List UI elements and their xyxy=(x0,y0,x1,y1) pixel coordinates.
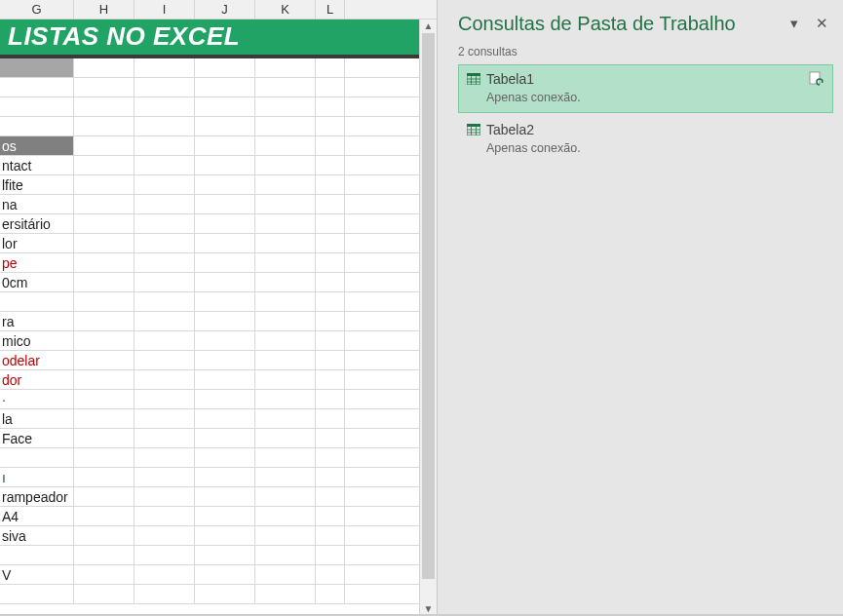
pane-menu-icon[interactable]: ▾ xyxy=(783,12,806,35)
cell[interactable] xyxy=(134,78,195,96)
cell[interactable] xyxy=(74,331,134,350)
cell[interactable] xyxy=(74,448,134,467)
cell[interactable] xyxy=(134,156,195,174)
cell[interactable] xyxy=(195,312,255,330)
cell[interactable] xyxy=(195,370,255,389)
cell[interactable] xyxy=(316,117,345,135)
cell[interactable] xyxy=(0,292,74,311)
cell[interactable] xyxy=(134,97,195,116)
cell[interactable]: ntact xyxy=(0,156,74,174)
cell[interactable] xyxy=(316,234,345,252)
cell[interactable] xyxy=(74,390,134,408)
cell[interactable] xyxy=(134,214,195,233)
cell[interactable] xyxy=(134,468,195,486)
cell[interactable] xyxy=(74,97,134,116)
cell[interactable]: lor xyxy=(0,234,74,252)
cell[interactable] xyxy=(195,175,255,194)
cell[interactable] xyxy=(195,97,255,116)
cell[interactable] xyxy=(316,78,345,96)
cell[interactable] xyxy=(195,565,255,584)
cell[interactable] xyxy=(255,214,316,233)
cell[interactable] xyxy=(195,117,255,135)
cell[interactable] xyxy=(195,78,255,96)
cell[interactable] xyxy=(74,292,134,311)
cell[interactable] xyxy=(316,370,345,389)
cell[interactable] xyxy=(195,390,255,408)
cell[interactable] xyxy=(255,78,316,96)
cell[interactable] xyxy=(134,448,195,467)
cell[interactable] xyxy=(255,507,316,525)
col-header-g[interactable]: G xyxy=(0,0,74,19)
cell[interactable] xyxy=(255,526,316,545)
cell[interactable] xyxy=(74,429,134,447)
cell[interactable] xyxy=(316,468,345,486)
cell[interactable]: V xyxy=(0,565,74,584)
cell[interactable] xyxy=(134,195,195,213)
cell[interactable] xyxy=(316,390,345,408)
cell[interactable]: Face xyxy=(0,429,74,447)
cell[interactable] xyxy=(74,273,134,291)
cell[interactable] xyxy=(134,312,195,330)
cell[interactable] xyxy=(255,468,316,486)
query-item-tabela1[interactable]: Tabela1 Apenas conexão. xyxy=(458,64,833,113)
cell[interactable] xyxy=(255,585,316,603)
cell[interactable] xyxy=(255,546,316,564)
cell[interactable] xyxy=(134,273,195,291)
cell[interactable] xyxy=(316,507,345,525)
cell[interactable] xyxy=(134,58,195,77)
cell[interactable] xyxy=(255,331,316,350)
cell[interactable] xyxy=(316,487,345,506)
cell[interactable] xyxy=(195,429,255,447)
cell[interactable] xyxy=(0,585,74,603)
cell[interactable] xyxy=(255,136,316,155)
cell[interactable] xyxy=(134,136,195,155)
close-icon[interactable]: ✕ xyxy=(810,12,833,35)
cell[interactable] xyxy=(74,312,134,330)
col-header-l[interactable]: L xyxy=(316,0,345,19)
cell[interactable] xyxy=(316,273,345,291)
cell[interactable] xyxy=(255,175,316,194)
cell[interactable] xyxy=(74,195,134,213)
cell[interactable] xyxy=(195,156,255,174)
cell[interactable] xyxy=(316,351,345,369)
cell[interactable] xyxy=(316,409,345,428)
cell[interactable] xyxy=(195,195,255,213)
cell[interactable] xyxy=(134,565,195,584)
cell[interactable] xyxy=(316,292,345,311)
cell[interactable] xyxy=(195,214,255,233)
refresh-icon[interactable] xyxy=(809,71,824,87)
cell[interactable] xyxy=(134,234,195,252)
cell[interactable] xyxy=(74,585,134,603)
cell[interactable] xyxy=(255,429,316,447)
cell[interactable] xyxy=(255,117,316,135)
cell[interactable] xyxy=(74,58,134,77)
cell[interactable] xyxy=(316,97,345,116)
cell[interactable]: ra xyxy=(0,312,74,330)
cell[interactable]: 0cm xyxy=(0,273,74,291)
cell[interactable] xyxy=(74,370,134,389)
cell[interactable] xyxy=(134,351,195,369)
cell[interactable] xyxy=(134,526,195,545)
cell[interactable] xyxy=(316,156,345,174)
cell[interactable] xyxy=(74,136,134,155)
cell[interactable] xyxy=(134,507,195,525)
cell[interactable] xyxy=(316,136,345,155)
cell[interactable] xyxy=(255,253,316,272)
cell[interactable] xyxy=(74,546,134,564)
col-header-k[interactable]: K xyxy=(255,0,316,19)
cell[interactable]: dor xyxy=(0,370,74,389)
cell[interactable] xyxy=(195,487,255,506)
cell[interactable]: A4 xyxy=(0,507,74,525)
cell[interactable] xyxy=(255,370,316,389)
cell[interactable] xyxy=(134,546,195,564)
cell[interactable] xyxy=(255,156,316,174)
cell[interactable] xyxy=(195,507,255,525)
cell[interactable] xyxy=(74,175,134,194)
cell[interactable] xyxy=(316,331,345,350)
cell[interactable] xyxy=(134,292,195,311)
cell[interactable]: os xyxy=(0,136,74,155)
cell[interactable] xyxy=(74,507,134,525)
cell[interactable] xyxy=(74,351,134,369)
cell[interactable] xyxy=(195,273,255,291)
cell[interactable] xyxy=(195,253,255,272)
